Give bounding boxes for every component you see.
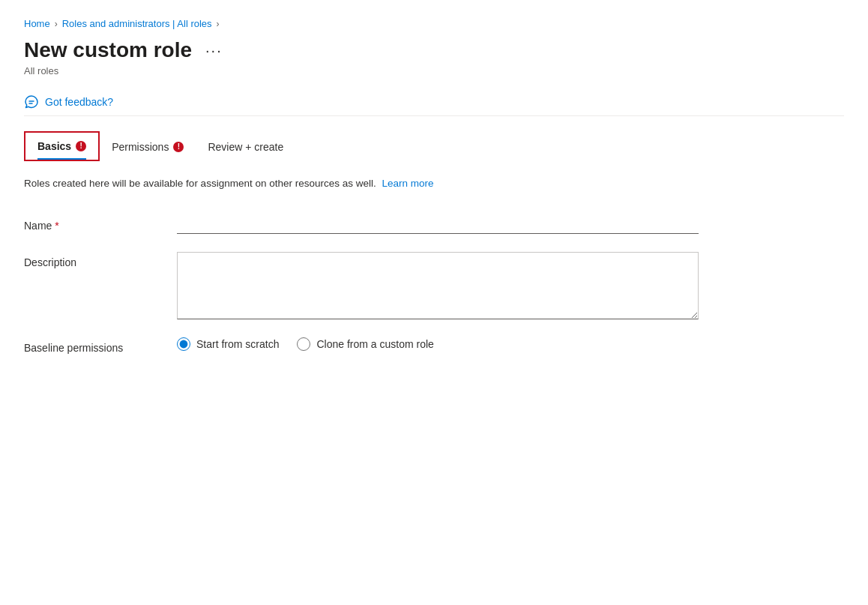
tab-review[interactable]: Review + create (196, 133, 295, 159)
form-container: Name * Description Baseline permissions … (24, 215, 699, 354)
radio-scratch-input[interactable] (177, 337, 190, 351)
breadcrumb-sep2: › (217, 19, 220, 29)
feedback-section: Got feedback? (24, 88, 844, 116)
description-row: Description (24, 252, 699, 319)
radio-clone-label: Clone from a custom role (316, 338, 433, 350)
tab-permissions-label: Permissions (112, 141, 169, 153)
info-text: Roles created here will be available for… (24, 176, 844, 191)
info-text-content: Roles created here will be available for… (24, 178, 376, 189)
tab-permissions[interactable]: Permissions ! (100, 133, 196, 159)
name-label: Name * (24, 215, 159, 232)
feedback-icon (24, 94, 39, 109)
page-title: New custom role (24, 38, 192, 62)
feedback-link[interactable]: Got feedback? (45, 96, 113, 108)
tabs-container: Basics ! Permissions ! Review + create (24, 131, 844, 161)
breadcrumb-sep1: › (55, 19, 58, 29)
breadcrumb-home[interactable]: Home (24, 18, 50, 29)
radio-scratch[interactable]: Start from scratch (177, 337, 279, 351)
description-label: Description (24, 252, 159, 268)
radio-clone[interactable]: Clone from a custom role (297, 337, 433, 351)
breadcrumb: Home › Roles and administrators | All ro… (24, 18, 844, 29)
tab-basics-error: ! (76, 141, 86, 151)
tab-wrapper-basics: Basics ! (24, 131, 100, 161)
name-input[interactable] (177, 215, 699, 234)
radio-clone-input[interactable] (297, 337, 310, 351)
tab-basics-underline (37, 158, 86, 160)
tab-review-label: Review + create (208, 141, 283, 153)
baseline-row: Baseline permissions Start from scratch … (24, 337, 699, 354)
tab-permissions-error: ! (173, 142, 184, 152)
tab-basics-label: Basics (37, 140, 71, 152)
page-title-container: New custom role ··· (24, 38, 844, 62)
name-row: Name * (24, 215, 699, 234)
baseline-radio-group: Start from scratch Clone from a custom r… (177, 337, 699, 351)
breadcrumb-roles[interactable]: Roles and administrators | All roles (62, 18, 212, 29)
more-options-button[interactable]: ··· (201, 41, 227, 59)
name-required-star: * (55, 220, 58, 232)
tab-basics[interactable]: Basics ! (25, 133, 98, 158)
radio-scratch-label: Start from scratch (196, 338, 279, 350)
description-textarea[interactable] (177, 252, 699, 319)
tab-wrapper-review: Review + create (196, 133, 295, 159)
tab-wrapper-permissions: Permissions ! (100, 133, 196, 159)
baseline-label: Baseline permissions (24, 337, 159, 354)
learn-more-link[interactable]: Learn more (382, 178, 434, 189)
page-subtitle: All roles (24, 65, 844, 76)
